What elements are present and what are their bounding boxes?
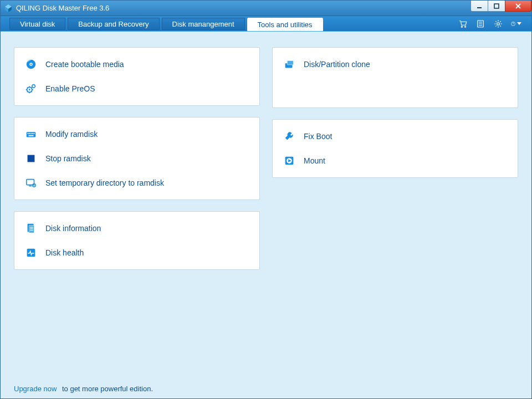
gear-icon[interactable] (493, 18, 504, 29)
svg-rect-3 (477, 7, 482, 8)
topbar: Virtual diskBackup and RecoveryDisk mana… (1, 16, 531, 32)
titlebar: QILING Disk Master Free 3.6 (1, 1, 531, 16)
wrench-icon (283, 130, 296, 143)
chevron-down-icon (517, 22, 521, 25)
upgrade-link[interactable]: Upgrade now (14, 385, 57, 393)
minimize-button[interactable] (470, 1, 488, 12)
tab-virtual-disk[interactable]: Virtual disk (9, 18, 65, 30)
tool-item-label: Disk/Partition clone (304, 60, 370, 69)
heartbeat-icon (24, 246, 38, 259)
disk-health[interactable]: Disk health (14, 241, 259, 265)
tool-item-label: Create bootable media (45, 60, 124, 69)
svg-point-5 (461, 26, 462, 27)
tab-label: Backup and Recovery (78, 20, 149, 28)
svg-point-6 (464, 26, 466, 27)
tool-item-label: Modify ramdisk (45, 130, 98, 139)
window-controls (471, 1, 531, 12)
window-title: QILING Disk Master Free 3.6 (16, 4, 109, 12)
fix-boot[interactable]: Fix Boot (273, 124, 518, 149)
svg-point-8 (497, 22, 500, 25)
cart-icon[interactable] (457, 18, 468, 29)
card: Disk/Partition clone (272, 47, 518, 108)
disk-partition-clone[interactable]: Disk/Partition clone (273, 52, 518, 76)
card: Modify ramdiskStop ramdiskSet temporary … (14, 117, 260, 200)
tool-item-label: Disk information (45, 224, 101, 233)
card: Disk informationDisk health (14, 211, 260, 270)
svg-rect-4 (494, 4, 499, 8)
content-area: Create bootable mediaEnable PreOSModify … (1, 32, 531, 398)
app-icon (4, 4, 13, 13)
tab-disk-manangement[interactable]: Disk manangement (162, 18, 245, 30)
tab-backup-and-recovery[interactable]: Backup and Recovery (68, 18, 159, 30)
close-button[interactable] (505, 1, 531, 12)
stop-icon (24, 152, 38, 165)
maximize-button[interactable] (488, 1, 505, 12)
document-icon (24, 222, 38, 235)
card: Create bootable mediaEnable PreOS (14, 47, 260, 106)
app-window: QILING Disk Master Free 3.6 Virtual disk… (0, 0, 532, 399)
set-temp-dir-ramdisk[interactable]: Set temporary directory to ramdisk (14, 171, 259, 195)
footer: Upgrade now to get more powerful edition… (14, 385, 153, 393)
enable-preos[interactable]: Enable PreOS (14, 76, 259, 101)
modify-ramdisk[interactable]: Modify ramdisk (14, 122, 259, 146)
clone-icon (283, 58, 296, 71)
stop-ramdisk[interactable]: Stop ramdisk (14, 146, 259, 171)
mount[interactable]: Mount (273, 149, 518, 173)
tool-item-label: Disk health (45, 248, 84, 257)
tool-item-label: Set temporary directory to ramdisk (45, 178, 164, 187)
keyboard-icon (24, 127, 38, 141)
list-icon[interactable] (475, 18, 486, 29)
tab-tools-and-utilities[interactable]: Tools and utilities (247, 18, 323, 31)
help-dropdown[interactable] (510, 18, 521, 29)
monitor-gear-icon (24, 176, 38, 190)
svg-point-10 (513, 24, 514, 25)
tool-item-label: Enable PreOS (45, 84, 95, 93)
card: Fix BootMount (272, 119, 518, 178)
tool-item-label: Mount (304, 156, 325, 165)
tab-label: Tools and utilities (258, 21, 313, 29)
footer-text: to get more powerful edition. (62, 385, 153, 393)
topbar-icons (457, 16, 531, 31)
tool-item-label: Stop ramdisk (45, 154, 91, 163)
disc-icon (24, 58, 38, 71)
gears-icon (24, 82, 38, 95)
tab-label: Virtual disk (20, 20, 55, 28)
tool-item-label: Fix Boot (304, 132, 332, 141)
create-bootable-media[interactable]: Create bootable media (14, 52, 259, 76)
tab-label: Disk manangement (172, 20, 234, 28)
disk-information[interactable]: Disk information (14, 216, 259, 241)
play-icon (283, 154, 296, 167)
